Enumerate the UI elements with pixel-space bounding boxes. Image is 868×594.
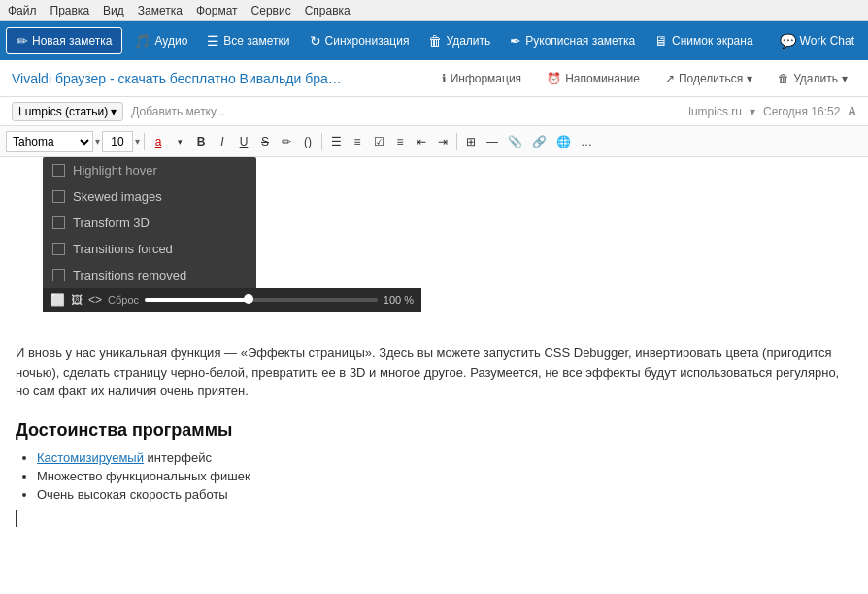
all-notes-icon: ☰ <box>207 33 219 49</box>
dropdown-item-skewed[interactable]: Skewed images <box>43 183 256 210</box>
audio-button[interactable]: 🎵 Аудио <box>126 29 195 52</box>
checkbox-transform3d[interactable] <box>52 216 65 229</box>
handwritten-button[interactable]: ✒ Рукописная заметка <box>502 29 643 52</box>
highlight-button[interactable]: ✏ <box>277 134 296 149</box>
menu-help[interactable]: Справка <box>305 4 351 17</box>
dropdown-label-transitions-removed: Transitions removed <box>73 268 186 282</box>
video-progress-fill <box>145 298 250 302</box>
delete-button[interactable]: 🗑 Удалить <box>420 29 498 52</box>
all-notes-label: Все заметки <box>223 34 289 48</box>
note-content[interactable]: Highlight hover Skewed images Transform … <box>0 157 868 594</box>
info-button[interactable]: ℹ Информация <box>433 68 530 89</box>
font-size-input[interactable] <box>102 131 133 152</box>
text-cursor <box>16 510 17 527</box>
fmt-separator-3 <box>456 133 457 150</box>
font-size-chevron-icon: ▾ <box>135 136 140 147</box>
checkbox-skewed[interactable] <box>52 190 65 203</box>
video-code-icon[interactable]: <> <box>88 293 102 307</box>
ordered-list-button[interactable]: ≡ <box>348 134 367 149</box>
indent-left-button[interactable]: ⇤ <box>412 134 431 149</box>
handwritten-label: Рукописная заметка <box>525 34 635 48</box>
note-title-actions: ℹ Информация ⏰ Напоминание ↗ Поделиться … <box>433 68 856 89</box>
dropdown-item-transform3d[interactable]: Transform 3D <box>43 210 256 236</box>
checkbox-transitions-forced[interactable] <box>52 243 65 255</box>
dropdown-label-highlight: Highlight hover <box>73 163 157 178</box>
dash-button[interactable]: — <box>483 134 502 149</box>
menu-bar: Файл Правка Вид Заметка Формат Сервис Сп… <box>0 0 868 21</box>
note-date: Сегодня 16:52 <box>763 105 840 118</box>
dropdown-item-transitions-forced[interactable]: Transitions forced <box>43 236 256 262</box>
menu-file[interactable]: Файл <box>8 4 37 17</box>
main-toolbar: ✏ Новая заметка 🎵 Аудио ☰ Все заметки ↻ … <box>0 21 868 60</box>
note-title: Vivaldi браузер - скачать бесплатно Вива… <box>12 71 425 86</box>
checkbox-button[interactable]: ☑ <box>369 134 388 149</box>
text-color-chevron[interactable]: ▾ <box>170 136 189 148</box>
video-label: Сброс <box>108 294 139 306</box>
web-button[interactable]: 🌐 <box>552 134 575 149</box>
font-family-select[interactable]: Tahoma <box>6 131 93 152</box>
work-chat-label: Work Chat <box>800 34 854 48</box>
url-chevron-icon: ▾ <box>750 105 755 118</box>
new-note-icon: ✏ <box>17 33 28 49</box>
menu-note[interactable]: Заметка <box>138 4 183 17</box>
note-delete-button[interactable]: 🗑 Удалить ▾ <box>769 68 856 89</box>
link-button[interactable]: 🔗 <box>528 134 551 149</box>
content-area: Highlight hover Skewed images Transform … <box>0 157 868 594</box>
new-note-button[interactable]: ✏ Новая заметка <box>6 27 122 54</box>
work-chat-button[interactable]: 💬 Work Chat <box>772 29 862 52</box>
info-icon: ℹ <box>442 72 447 85</box>
screenshot-label: Снимок экрана <box>672 34 753 48</box>
video-image-icon[interactable]: 🖼 <box>71 293 83 307</box>
text-color-button[interactable]: a <box>149 134 168 149</box>
italic-button[interactable]: I <box>213 134 232 149</box>
all-notes-button[interactable]: ☰ Все заметки <box>199 29 297 52</box>
screenshot-button[interactable]: 🖥 Снимок экрана <box>647 29 761 52</box>
menu-service[interactable]: Сервис <box>251 4 291 17</box>
video-bar: ⬜ 🖼 <> Сброс 100 % <box>43 288 421 312</box>
dropdown-label-transitions-forced: Transitions forced <box>73 242 173 256</box>
bold-button[interactable]: B <box>191 134 211 149</box>
content-paragraph: И вновь у нас уникальная функция — «Эффе… <box>16 344 852 401</box>
dropdown-item-highlight[interactable]: Highlight hover <box>43 157 256 183</box>
note-delete-icon: 🗑 <box>778 72 789 85</box>
video-time: 100 % <box>384 294 414 306</box>
video-screen-icon[interactable]: ⬜ <box>50 293 65 307</box>
font-size-icon[interactable]: A <box>848 105 856 118</box>
attachment-button[interactable]: 📎 <box>504 134 526 149</box>
table-button[interactable]: ⊞ <box>461 134 481 149</box>
font-chevron-icon: ▾ <box>95 136 100 147</box>
reminder-icon: ⏰ <box>547 72 561 85</box>
bullet-link[interactable]: Кастомизируемый <box>37 450 144 465</box>
share-button[interactable]: ↗ Поделиться ▾ <box>656 68 761 89</box>
note-delete-chevron-icon: ▾ <box>842 72 848 85</box>
more-button[interactable]: … <box>577 134 596 149</box>
screenshot-icon: 🖥 <box>654 33 668 49</box>
checkbox-transitions-removed[interactable] <box>52 269 65 281</box>
sync-icon: ↻ <box>310 33 321 49</box>
strikethrough-button[interactable]: S <box>255 134 275 149</box>
share-label: Поделиться <box>679 72 743 85</box>
reminder-button[interactable]: ⏰ Напоминание <box>538 68 649 89</box>
dropdown-overlay: Highlight hover Skewed images Transform … <box>43 157 256 312</box>
section-heading: Достоинства программы <box>16 420 852 441</box>
menu-view[interactable]: Вид <box>103 4 124 17</box>
share-chevron-icon: ▾ <box>747 72 752 85</box>
align-button[interactable]: ≡ <box>390 134 410 149</box>
tag-button[interactable]: Lumpics (статьи) ▾ <box>12 102 123 121</box>
bullet-list-button[interactable]: ☰ <box>326 134 346 149</box>
sync-button[interactable]: ↻ Синхронизация <box>302 29 417 52</box>
add-tag-button[interactable]: Добавить метку... <box>131 105 225 118</box>
audio-icon: 🎵 <box>134 33 150 49</box>
menu-format[interactable]: Формат <box>196 4 238 17</box>
checkbox-highlight[interactable] <box>52 164 65 177</box>
indent-right-button[interactable]: ⇥ <box>433 134 452 149</box>
menu-edit[interactable]: Правка <box>50 4 90 17</box>
code-button[interactable]: () <box>298 134 317 149</box>
dropdown-item-transitions-removed[interactable]: Transitions removed <box>43 262 256 288</box>
list-item: Множество функциональных фишек <box>37 469 852 483</box>
list-item: Очень высокая скорость работы <box>37 487 852 502</box>
video-progress-bar[interactable] <box>145 298 378 302</box>
share-icon: ↗ <box>665 72 675 85</box>
fmt-separator-2 <box>321 133 322 150</box>
underline-button[interactable]: U <box>234 134 253 149</box>
